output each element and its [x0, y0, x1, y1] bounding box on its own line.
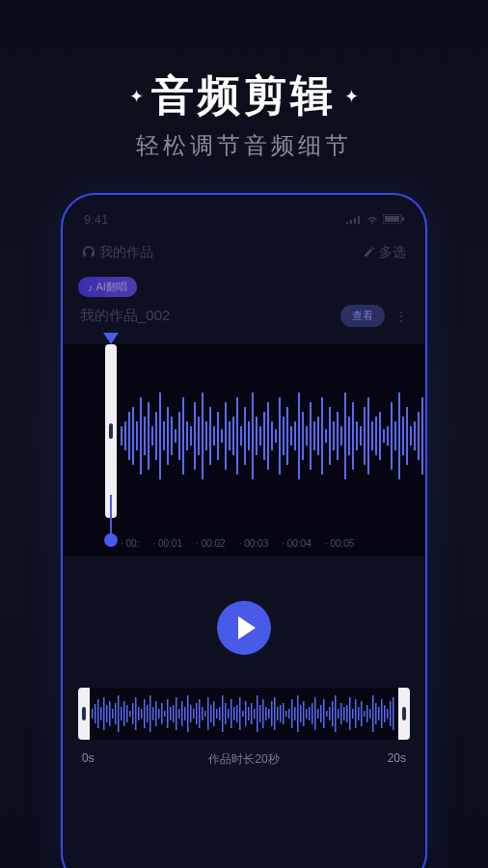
svg-rect-64: [356, 421, 358, 450]
svg-rect-136: [248, 707, 250, 720]
svg-rect-28: [217, 412, 219, 460]
svg-rect-87: [106, 705, 108, 722]
svg-rect-108: [167, 699, 169, 728]
ai-badge-label: AI翻唱: [96, 280, 127, 294]
my-works-header[interactable]: 我的作品: [82, 244, 153, 261]
svg-rect-1: [385, 216, 399, 222]
svg-rect-12: [155, 412, 157, 460]
svg-rect-59: [337, 412, 339, 460]
svg-rect-82: [92, 709, 94, 719]
svg-rect-186: [393, 697, 394, 730]
svg-rect-145: [274, 697, 276, 730]
view-button[interactable]: 查看: [340, 305, 385, 327]
svg-rect-60: [340, 426, 342, 446]
svg-rect-46: [286, 407, 288, 465]
svg-rect-78: [410, 426, 412, 446]
svg-rect-25: [205, 421, 207, 450]
svg-rect-75: [398, 393, 400, 479]
playhead[interactable]: [109, 333, 119, 518]
svg-rect-151: [291, 699, 293, 728]
svg-rect-73: [391, 402, 393, 470]
waveform-editor[interactable]: 00: 00:01 00:02 00:03 00:04 00:05: [63, 344, 425, 556]
trim-handle-left[interactable]: [78, 688, 90, 740]
svg-rect-105: [158, 709, 160, 719]
svg-rect-96: [132, 703, 134, 724]
svg-rect-35: [244, 407, 246, 465]
svg-rect-170: [346, 705, 348, 722]
svg-rect-149: [285, 711, 287, 717]
svg-rect-150: [288, 709, 290, 719]
svg-rect-77: [406, 407, 408, 465]
svg-rect-129: [228, 709, 230, 719]
svg-rect-164: [329, 707, 331, 720]
svg-rect-19: [182, 397, 184, 475]
svg-rect-183: [384, 705, 386, 722]
svg-rect-111: [176, 697, 177, 730]
svg-rect-63: [352, 402, 354, 470]
title-row: ✦ 音频剪辑 ✦: [0, 68, 488, 124]
svg-rect-49: [298, 393, 300, 479]
svg-rect-79: [414, 421, 416, 450]
svg-rect-127: [222, 695, 224, 732]
svg-rect-26: [209, 407, 211, 465]
multi-select-button[interactable]: 多选: [364, 244, 406, 261]
svg-rect-17: [175, 429, 176, 443]
svg-rect-116: [190, 705, 192, 722]
svg-rect-153: [297, 695, 299, 732]
svg-rect-141: [262, 699, 264, 728]
svg-rect-90: [115, 703, 117, 724]
svg-rect-95: [129, 711, 131, 717]
svg-rect-168: [340, 703, 342, 724]
svg-rect-54: [317, 417, 319, 455]
svg-rect-177: [366, 705, 368, 722]
play-icon: [238, 616, 256, 639]
svg-rect-6: [132, 407, 134, 465]
svg-rect-133: [239, 697, 241, 730]
svg-rect-185: [390, 701, 392, 726]
svg-rect-137: [251, 703, 253, 724]
more-icon[interactable]: ⋮: [394, 309, 408, 324]
svg-rect-106: [161, 703, 163, 724]
svg-rect-143: [268, 709, 270, 719]
svg-rect-3: [121, 426, 122, 446]
duration-label: 作品时长20秒: [208, 751, 279, 768]
sparkle-icon-left: ✦: [129, 86, 144, 107]
svg-rect-70: [379, 412, 381, 460]
svg-rect-66: [364, 407, 366, 465]
play-button[interactable]: [217, 601, 271, 655]
svg-rect-101: [147, 705, 149, 722]
svg-rect-2: [402, 217, 404, 221]
svg-rect-97: [135, 697, 137, 730]
svg-rect-158: [312, 703, 313, 724]
svg-rect-148: [283, 703, 285, 724]
svg-rect-47: [290, 426, 292, 446]
svg-rect-181: [378, 707, 380, 720]
svg-rect-147: [280, 705, 282, 722]
svg-rect-176: [364, 711, 366, 717]
svg-rect-85: [100, 707, 102, 720]
svg-rect-41: [267, 402, 269, 470]
svg-rect-93: [123, 701, 125, 726]
status-bar: 9:41: [78, 212, 410, 227]
waveform-large: [121, 373, 427, 499]
svg-rect-161: [320, 705, 322, 722]
svg-rect-51: [306, 426, 308, 446]
mini-waveform-trim[interactable]: [78, 688, 410, 740]
svg-rect-11: [151, 426, 153, 446]
svg-rect-98: [138, 707, 140, 720]
svg-rect-117: [193, 709, 195, 719]
svg-rect-55: [321, 397, 323, 475]
ai-badge: ♪ AI翻唱: [78, 277, 137, 297]
svg-rect-13: [159, 393, 161, 479]
svg-rect-61: [344, 393, 346, 479]
tick: 00:: [121, 538, 139, 549]
svg-rect-9: [144, 417, 146, 455]
trim-handle-right[interactable]: [398, 688, 410, 740]
edit-icon: [364, 245, 375, 260]
svg-rect-34: [240, 426, 242, 446]
svg-rect-126: [219, 707, 221, 720]
svg-rect-119: [199, 699, 201, 728]
end-time-label: 20s: [388, 751, 406, 765]
svg-rect-167: [338, 709, 339, 719]
svg-rect-4: [124, 421, 126, 450]
